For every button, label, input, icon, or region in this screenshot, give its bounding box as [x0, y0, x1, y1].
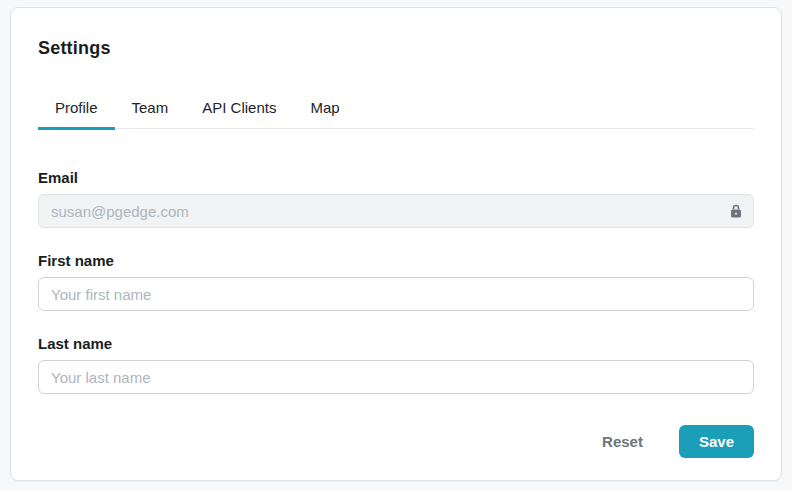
reset-button[interactable]: Reset: [590, 425, 655, 458]
settings-card: Settings Profile Team API Clients Map Em…: [10, 7, 782, 481]
first-name-label: First name: [38, 252, 754, 269]
email-field: [38, 194, 754, 228]
form-actions: Reset Save: [38, 425, 754, 458]
first-name-field[interactable]: [38, 277, 754, 311]
first-name-input-wrap: [38, 277, 754, 311]
settings-tab-bar: Profile Team API Clients Map: [38, 91, 754, 129]
tab-api-clients[interactable]: API Clients: [185, 91, 293, 130]
last-name-input-wrap: [38, 360, 754, 394]
last-name-label: Last name: [38, 335, 754, 352]
email-form-group: Email: [38, 169, 754, 228]
save-button[interactable]: Save: [679, 425, 754, 458]
email-label: Email: [38, 169, 754, 186]
email-input-wrap: [38, 194, 754, 228]
tab-profile[interactable]: Profile: [38, 91, 115, 130]
page-title: Settings: [38, 38, 754, 59]
tab-team[interactable]: Team: [115, 91, 186, 130]
first-name-form-group: First name: [38, 252, 754, 311]
last-name-form-group: Last name: [38, 335, 754, 394]
last-name-field[interactable]: [38, 360, 754, 394]
tab-map[interactable]: Map: [293, 91, 356, 130]
